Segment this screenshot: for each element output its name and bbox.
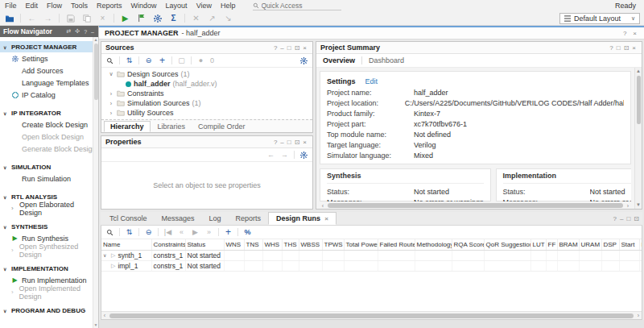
tree-node-utility-sources[interactable]: › Utility Sources: [101, 108, 312, 118]
column-header[interactable]: DSP: [601, 239, 619, 250]
sidebar-section-program-and-debug[interactable]: ∨PROGRAM AND DEBUG: [0, 305, 98, 316]
column-header[interactable]: FF: [546, 239, 557, 250]
tab-overview[interactable]: Overview: [323, 56, 355, 64]
column-header[interactable]: Methodology: [415, 239, 452, 250]
menu-help[interactable]: Help: [221, 2, 236, 10]
close-icon[interactable]: ×: [301, 44, 308, 52]
sidebar-item-settings[interactable]: Settings: [0, 52, 98, 64]
quick-access-box[interactable]: [253, 1, 341, 10]
help-icon[interactable]: ?: [621, 30, 628, 37]
column-header[interactable]: THS: [282, 239, 299, 250]
run-icon[interactable]: ▶: [120, 13, 130, 23]
float-icon[interactable]: □: [625, 215, 632, 225]
close-icon[interactable]: ×: [324, 215, 328, 222]
maximize-icon[interactable]: ⊡: [293, 44, 302, 52]
layout-selector[interactable]: Default Layout ∨: [559, 13, 640, 24]
gear-icon[interactable]: ✣: [74, 28, 80, 35]
sidebar-scrollbar[interactable]: ▲ ▼: [93, 37, 98, 328]
sidebar-item-open-elaborated-design[interactable]: ›Open Elaborated Design: [0, 202, 98, 214]
table-row-synth-1[interactable]: ∨▷synth_1 constrs_1 Not started: [101, 250, 642, 260]
scroll-right-icon[interactable]: ›: [625, 203, 631, 209]
chevron-right-icon[interactable]: ›: [108, 101, 114, 106]
sigma-report-icon[interactable]: Σ: [168, 13, 179, 23]
field-value-link[interactable]: Verilog: [414, 141, 436, 149]
menu-layout[interactable]: Layout: [166, 2, 188, 10]
column-header[interactable]: URAM: [579, 239, 601, 250]
delete-icon[interactable]: ×: [97, 13, 108, 23]
column-header[interactable]: Status: [185, 239, 224, 250]
tree-node-half-adder[interactable]: half_adder (half_adder.v): [101, 79, 312, 89]
field-value-link[interactable]: Not defined: [414, 131, 451, 139]
chevron-right-icon[interactable]: ›: [108, 110, 114, 116]
create-run-icon[interactable]: +: [224, 227, 233, 237]
column-header[interactable]: Start: [619, 239, 639, 250]
collapse-all-icon[interactable]: ⊖: [144, 227, 153, 237]
close-icon[interactable]: ×: [301, 139, 308, 146]
column-header[interactable]: Failed Routes: [378, 239, 415, 250]
float-icon[interactable]: □: [615, 44, 622, 52]
column-header[interactable]: Name: [101, 239, 151, 250]
menu-reports[interactable]: Reports: [97, 2, 122, 10]
help-icon[interactable]: ?: [612, 215, 618, 225]
search-icon[interactable]: [105, 56, 114, 65]
search-icon[interactable]: [105, 227, 114, 237]
menu-edit[interactable]: Edit: [26, 2, 39, 10]
menu-window[interactable]: Window: [131, 2, 157, 10]
redo-icon[interactable]: →: [43, 13, 53, 23]
edit-link[interactable]: Edit: [365, 77, 378, 85]
field-value-link[interactable]: xc7k70tfbv676-1: [414, 120, 467, 128]
sidebar-item-ip-catalog[interactable]: IP Catalog: [0, 89, 98, 101]
column-header[interactable]: RQA Score: [452, 239, 484, 250]
sidebar-item-run-simulation[interactable]: Run Simulation: [0, 172, 98, 185]
close-icon[interactable]: ×: [631, 30, 638, 37]
help-icon[interactable]: ?: [272, 44, 279, 52]
collapse-all-icon[interactable]: ⊖: [144, 56, 153, 65]
copy-icon[interactable]: [81, 13, 92, 23]
scroll-down-icon[interactable]: ▼: [94, 322, 98, 328]
sidebar-section-project-manager[interactable]: ∨PROJECT MANAGER: [0, 41, 98, 52]
column-header[interactable]: TNS: [244, 239, 262, 250]
flag-icon[interactable]: [136, 13, 147, 23]
sidebar-item-create-block-design[interactable]: Create Block Design: [0, 118, 98, 131]
sidebar-item-language-templates[interactable]: Language Templates: [0, 77, 98, 89]
tab-hierarchy[interactable]: Hierarchy: [104, 121, 151, 132]
tab-log[interactable]: Log: [202, 212, 229, 225]
tab-compile-order[interactable]: Compile Order: [192, 122, 251, 131]
expand-collapse-icon[interactable]: ⇅: [125, 56, 134, 65]
tab-dashboard[interactable]: Dashboard: [369, 56, 404, 64]
summary-vertical-scrollbar[interactable]: ▲ ▼: [634, 68, 642, 209]
summary-horizontal-scrollbar[interactable]: ‹ ›: [320, 203, 631, 209]
tree-node-constraints[interactable]: › Constraints: [101, 89, 312, 98]
chevron-down-icon[interactable]: ∨: [103, 252, 109, 258]
menu-tools[interactable]: Tools: [71, 2, 88, 10]
sidebar-item-add-sources[interactable]: Add Sources: [0, 64, 98, 77]
tab-reports[interactable]: Reports: [229, 212, 269, 225]
minimize-icon[interactable]: –: [618, 215, 625, 225]
tab-messages[interactable]: Messages: [155, 212, 202, 225]
column-header[interactable]: Elapsed: [639, 239, 642, 250]
column-header[interactable]: Total Power: [344, 239, 378, 250]
column-header[interactable]: WNS: [224, 239, 244, 250]
column-header[interactable]: LUT: [530, 239, 546, 250]
help-icon[interactable]: ?: [608, 44, 614, 52]
help-icon[interactable]: ?: [83, 29, 88, 35]
menu-file[interactable]: File: [5, 2, 17, 10]
minimize-icon[interactable]: –: [90, 29, 95, 35]
open-project-icon[interactable]: [4, 13, 14, 23]
column-header[interactable]: WBSS: [299, 239, 322, 250]
column-header[interactable]: BRAM: [557, 239, 579, 250]
float-icon[interactable]: □: [286, 139, 293, 146]
column-header[interactable]: Constraints: [151, 239, 185, 250]
minimize-icon[interactable]: –: [279, 139, 285, 146]
chevron-down-icon[interactable]: ∨: [108, 71, 114, 77]
tab-design-runs[interactable]: Design Runs×: [268, 212, 336, 225]
float-icon[interactable]: □: [286, 44, 293, 52]
close-icon[interactable]: ×: [630, 44, 638, 52]
scroll-left-icon[interactable]: ‹: [101, 313, 108, 318]
chevron-right-icon[interactable]: ›: [108, 91, 114, 97]
add-sources-icon[interactable]: +: [158, 56, 167, 65]
tree-node-simulation-sources[interactable]: › Simulation Sources (1): [101, 98, 312, 108]
sidebar-section-ip-integrator[interactable]: ∨IP INTEGRATOR: [0, 107, 98, 118]
field-value-link[interactable]: Mixed: [414, 152, 433, 160]
maximize-icon[interactable]: ⊡: [293, 139, 302, 146]
